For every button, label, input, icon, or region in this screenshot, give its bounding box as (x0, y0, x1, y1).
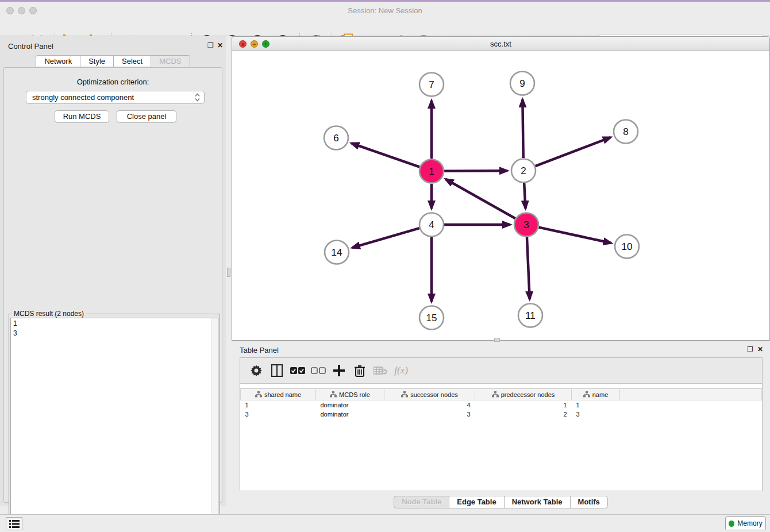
graph-node-label: 4 (429, 219, 434, 230)
table-cell[interactable]: 1 (572, 400, 620, 410)
mcds-panel: Optimization criterion: strongly connect… (3, 67, 222, 503)
tab-mcds[interactable]: MCDS (151, 55, 190, 67)
tab-style[interactable]: Style (80, 55, 113, 67)
chevron-up-down-icon (194, 92, 201, 102)
table-cell[interactable]: 2 (475, 410, 572, 419)
network-view-window: x – + scc.txt 1234678910111415 (232, 36, 770, 341)
memory-label: Memory (737, 519, 762, 527)
close-panel-icon[interactable]: ✕ (217, 41, 223, 49)
run-mcds-button[interactable]: Run MCDS (55, 110, 109, 123)
mcds-result-scrollbar[interactable] (211, 318, 218, 531)
float-table-panel-icon[interactable]: ❐ (747, 345, 753, 353)
graph-edge-2-9[interactable] (522, 99, 523, 158)
table-panel: Table Panel ❐ ✕ (232, 342, 770, 514)
graph-edge-3-11[interactable] (527, 237, 530, 299)
tab-motifs[interactable]: Motifs (570, 496, 608, 508)
table-row[interactable]: 1dominator411 (241, 400, 762, 410)
table-cell[interactable]: dominator (316, 400, 384, 410)
select-all-icon[interactable] (287, 363, 308, 378)
graph-node-label: 15 (426, 313, 437, 323)
main-toolbar (0, 16, 770, 36)
tab-select[interactable]: Select (113, 55, 151, 67)
graph-node-label: 8 (623, 126, 628, 137)
tab-network[interactable]: Network (36, 55, 80, 67)
mcds-result-group: MCDS result (2 nodes) 1 3 (9, 314, 220, 532)
table-toolbar: f(x) (240, 358, 762, 384)
column-header-successor-nodes[interactable]: successor nodes (384, 389, 475, 400)
graph-node-label: 6 (333, 133, 338, 144)
mcds-result-text[interactable]: 1 3 (10, 318, 218, 531)
graph-node-label: 11 (525, 310, 536, 321)
memory-button[interactable]: Memory (725, 516, 766, 530)
column-tree-icon (401, 391, 408, 398)
app-titlebar: Session: New Session (0, 2, 770, 16)
tab-network-table[interactable]: Network Table (504, 496, 570, 508)
split-columns-icon[interactable] (267, 363, 287, 378)
graph-edge-4-14[interactable] (352, 228, 419, 248)
table-cell[interactable]: 1 (475, 400, 572, 410)
column-tree-icon (583, 391, 590, 398)
network-window-title: scc.txt (232, 40, 769, 48)
tab-node-table[interactable]: Node Table (394, 496, 449, 508)
graph-edge-1-2[interactable] (444, 171, 507, 171)
graph-edge-3-1[interactable] (445, 179, 515, 218)
column-header-predecessor-nodes[interactable]: predecessor nodes (475, 389, 572, 400)
optimization-criterion-label: Optimization criterion: (4, 78, 222, 86)
control-panel: Control Panel ❐ ✕ NetworkStyleSelectMCDS… (0, 36, 226, 506)
column-header-MCDS-role[interactable]: MCDS role (316, 389, 384, 400)
column-header-name[interactable]: name (572, 389, 620, 400)
vertical-splitter-grip[interactable] (227, 268, 230, 277)
graph-node-label: 14 (332, 247, 342, 258)
window-title: Session: New Session (0, 6, 770, 15)
optimization-criterion-select[interactable]: strongly connected component (26, 91, 205, 104)
table-panel-tabs: Node TableEdge TableNetwork TableMotifs (232, 496, 770, 508)
table-cell[interactable]: 3 (241, 410, 316, 419)
node-table-container: f(x) shared nameMCDS rolesuccessor nodes… (240, 357, 763, 491)
task-history-button[interactable] (6, 517, 22, 530)
table-cell[interactable]: 4 (384, 400, 475, 410)
network-canvas[interactable]: 1234678910111415 (232, 51, 769, 341)
control-panel-title: Control Panel (8, 42, 53, 51)
graph-node-label: 7 (429, 79, 434, 90)
graph-node-label: 2 (521, 165, 526, 176)
network-window-titlebar[interactable]: x – + scc.txt (232, 37, 769, 51)
graph-node-label: 1 (429, 166, 434, 177)
table-cell[interactable]: 1 (241, 400, 316, 410)
control-panel-tabs: NetworkStyleSelectMCDS (0, 55, 226, 68)
table-cell[interactable]: 3 (384, 410, 475, 419)
mcds-result-title: MCDS result (2 nodes) (11, 310, 86, 318)
graph-node-label: 3 (523, 219, 529, 230)
horizontal-splitter-grip[interactable] (494, 338, 500, 342)
close-panel-button[interactable]: Close panel (117, 110, 176, 123)
optimization-criterion-value: strongly connected component (32, 93, 134, 102)
table-cell[interactable]: 3 (572, 410, 620, 419)
memory-status-icon (729, 521, 734, 527)
graph-edge-2-8[interactable] (536, 137, 611, 166)
node-table: shared nameMCDS rolesuccessor nodesprede… (240, 388, 762, 419)
column-tree-icon (255, 391, 262, 398)
delete-table-icon[interactable] (370, 363, 391, 378)
graph-edge-2-3[interactable] (524, 183, 525, 209)
add-column-icon[interactable] (329, 363, 349, 378)
status-bar: Memory (0, 514, 770, 532)
function-builder-icon[interactable]: f(x) (391, 363, 411, 378)
graph-node-label: 10 (622, 241, 633, 252)
column-tree-icon (330, 391, 337, 398)
gear-icon[interactable] (246, 363, 267, 378)
graph-node-label: 9 (519, 78, 525, 89)
list-icon (9, 520, 20, 528)
delete-icon[interactable] (349, 363, 370, 378)
column-header-shared-name[interactable]: shared name (241, 389, 316, 400)
table-cell[interactable]: dominator (316, 410, 384, 419)
tab-edge-table[interactable]: Edge Table (449, 496, 503, 508)
graph-edge-3-10[interactable] (538, 228, 611, 243)
float-panel-icon[interactable]: ❐ (207, 41, 214, 49)
close-table-panel-icon[interactable]: ✕ (757, 345, 763, 353)
table-panel-title: Table Panel (240, 346, 279, 354)
graph-edge-1-6[interactable] (351, 143, 419, 167)
table-row[interactable]: 3dominator323 (241, 410, 762, 419)
deselect-all-icon[interactable] (308, 363, 329, 378)
column-tree-icon (492, 391, 499, 398)
